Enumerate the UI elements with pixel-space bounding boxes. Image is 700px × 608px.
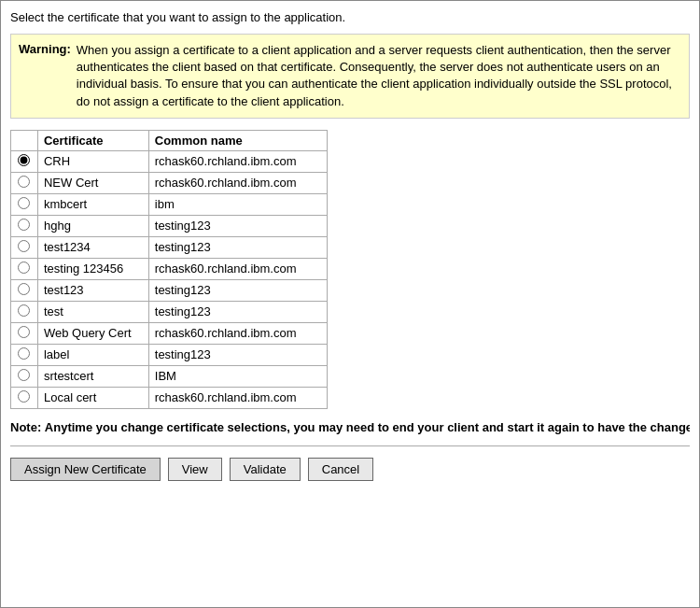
common-name-cell: IBM [148, 365, 327, 387]
cert-radio-hghg[interactable] [18, 219, 30, 231]
cert-radio-test123[interactable] [18, 283, 30, 295]
cert-name-cell: Web Query Cert [37, 322, 148, 344]
table-row: testtesting123 [11, 301, 328, 322]
table-row: labeltesting123 [11, 344, 328, 365]
col-header-radio [11, 130, 38, 150]
table-row: Web Query Certrchask60.rchland.ibm.com [11, 322, 328, 344]
common-name-cell: testing123 [148, 279, 327, 301]
cert-radio-kmbcert[interactable] [18, 197, 30, 209]
cert-name-cell: Local cert [37, 387, 148, 408]
common-name-cell: testing123 [148, 301, 327, 322]
radio-cell [11, 172, 38, 193]
warning-text: When you assign a certificate to a clien… [77, 42, 681, 110]
table-row: hghgtesting123 [11, 215, 328, 236]
table-row: srtestcertIBM [11, 365, 328, 387]
radio-cell [11, 236, 38, 258]
common-name-cell: ibm [148, 193, 327, 215]
cert-radio-crh[interactable] [18, 154, 30, 166]
note-body: Anytime you change certificate selection… [45, 420, 690, 434]
certificate-table: Certificate Common name CRHrchask60.rchl… [10, 130, 328, 409]
radio-cell [11, 279, 38, 301]
note-text: Note: Anytime you change certificate sel… [10, 420, 690, 434]
cert-radio-test1234[interactable] [18, 240, 30, 252]
radio-cell [11, 387, 38, 408]
cancel-button[interactable]: Cancel [308, 458, 373, 481]
cert-name-cell: test1234 [37, 236, 148, 258]
cert-name-cell: CRH [37, 150, 148, 172]
radio-cell [11, 365, 38, 387]
cert-radio-testing123456[interactable] [18, 262, 30, 274]
main-container: Select the certificate that you want to … [0, 0, 700, 608]
col-header-certificate: Certificate [37, 130, 148, 150]
cert-name-cell: label [37, 344, 148, 365]
radio-cell [11, 322, 38, 344]
radio-cell [11, 344, 38, 365]
table-header-row: Certificate Common name [11, 130, 328, 150]
view-button[interactable]: View [168, 458, 222, 481]
note-label: Note: [10, 420, 41, 434]
radio-cell [11, 193, 38, 215]
cert-name-cell: kmbcert [37, 193, 148, 215]
common-name-cell: rchask60.rchland.ibm.com [148, 150, 327, 172]
table-row: test123testing123 [11, 279, 328, 301]
common-name-cell: rchask60.rchland.ibm.com [148, 172, 327, 193]
cert-name-cell: hghg [37, 215, 148, 236]
assign-new-certificate-button[interactable]: Assign New Certificate [10, 458, 161, 481]
cert-name-cell: NEW Cert [37, 172, 148, 193]
cert-radio-test[interactable] [18, 304, 30, 317]
common-name-cell: rchask60.rchland.ibm.com [148, 258, 327, 279]
cert-name-cell: test123 [37, 279, 148, 301]
table-row: NEW Certrchask60.rchland.ibm.com [11, 172, 328, 193]
warning-label: Warning: [19, 42, 71, 110]
common-name-cell: rchask60.rchland.ibm.com [148, 387, 327, 408]
table-row: kmbcertibm [11, 193, 328, 215]
table-row: CRHrchask60.rchland.ibm.com [11, 150, 328, 172]
radio-cell [11, 215, 38, 236]
cert-name-cell: test [37, 301, 148, 322]
divider [10, 445, 690, 446]
common-name-cell: testing123 [148, 236, 327, 258]
col-header-common-name: Common name [148, 130, 327, 150]
validate-button[interactable]: Validate [230, 458, 301, 481]
common-name-cell: testing123 [148, 344, 327, 365]
cert-radio-newcert[interactable] [18, 176, 30, 188]
button-row: Assign New Certificate View Validate Can… [10, 454, 690, 485]
cert-radio-srtestcert[interactable] [18, 369, 30, 381]
radio-cell [11, 150, 38, 172]
cert-radio-localcert[interactable] [18, 390, 30, 403]
table-row: test1234testing123 [11, 236, 328, 258]
cert-name-cell: testing 123456 [37, 258, 148, 279]
common-name-cell: rchask60.rchland.ibm.com [148, 322, 327, 344]
table-row: testing 123456rchask60.rchland.ibm.com [11, 258, 328, 279]
cert-radio-label[interactable] [18, 347, 30, 360]
warning-box: Warning: When you assign a certificate t… [10, 34, 690, 119]
intro-text: Select the certificate that you want to … [10, 10, 690, 24]
radio-cell [11, 258, 38, 279]
cert-radio-webquerycert[interactable] [18, 326, 30, 338]
table-row: Local certrchask60.rchland.ibm.com [11, 387, 328, 408]
radio-cell [11, 301, 38, 322]
cert-name-cell: srtestcert [37, 365, 148, 387]
common-name-cell: testing123 [148, 215, 327, 236]
